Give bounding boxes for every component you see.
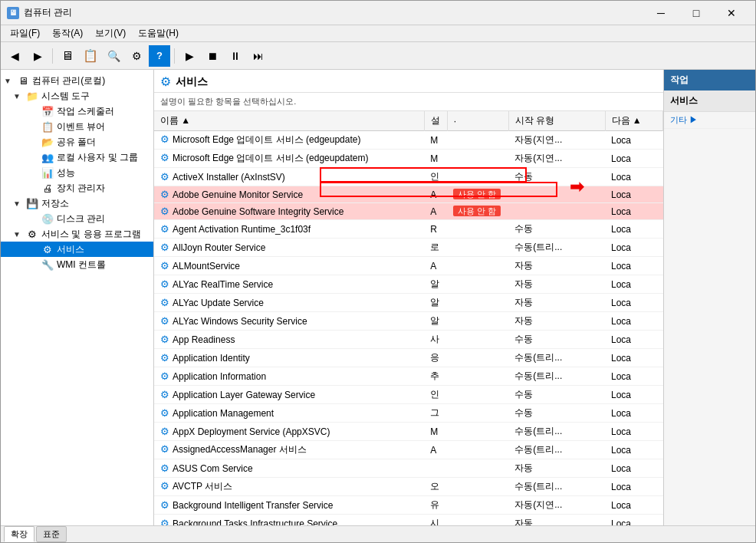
table-row[interactable]: ⚙AppX Deployment Service (AppXSVC)M수동(트리… — [154, 423, 663, 441]
status-tab-expand[interactable]: 확장 — [4, 526, 35, 542]
table-row[interactable]: ⚙ALYac Update Service알자동Loca — [154, 294, 663, 312]
table-row[interactable]: ⚙ActiveX Installer (AxInstSV)인수동Loca — [154, 168, 663, 186]
table-row[interactable]: ⚙ALMountServiceA자동Loca — [154, 257, 663, 275]
service-name: ASUS Com Service — [173, 463, 253, 474]
table-row[interactable]: ⚙ASUS Com Service자동Loca — [154, 459, 663, 478]
menu-file[interactable]: 파일(F) — [4, 25, 46, 41]
service-status-cell — [447, 131, 508, 150]
minimize-button[interactable]: ─ — [643, 1, 679, 25]
event-icon: 📋 — [41, 120, 54, 133]
table-row[interactable]: ⚙ALYac RealTime Service알자동Loca — [154, 275, 663, 294]
menu-help[interactable]: 도움말(H) — [132, 25, 185, 41]
tree-services-apps-label: 서비스 및 응용 프로그램 — [41, 228, 141, 241]
service-name: ALMountService — [173, 261, 240, 272]
tree-root[interactable]: ▼ 🖥 컴퓨터 관리(로컬) — [1, 73, 153, 88]
tree-disk-manager-label: 디스크 관리 — [57, 212, 105, 225]
perf-icon: 📊 — [41, 166, 54, 179]
computer-button[interactable]: 🖥 — [57, 45, 78, 67]
service-name: AVCTP 서비스 — [173, 481, 232, 492]
table-row[interactable]: ⚙AVCTP 서비스오수동(트리...Loca — [154, 478, 663, 496]
service-desc-cell: 그 — [424, 404, 447, 423]
service-status-cell — [447, 331, 508, 349]
service-name-cell: ⚙Microsoft Edge 업데이트 서비스 (edgeupdate) — [154, 131, 424, 150]
tree-storage[interactable]: ▼ 💾 저장소 — [1, 196, 153, 211]
table-row[interactable]: ⚙Application Identity응수동(트리...Loca — [154, 349, 663, 367]
table-row[interactable]: ⚙Microsoft Edge 업데이트 서비스 (edgeupdate)M자동… — [154, 131, 663, 150]
tree-device-manager-label: 장치 관리자 — [57, 182, 105, 195]
play-button[interactable]: ▶ — [179, 45, 200, 67]
service-start-type-cell: 수동 — [508, 220, 605, 239]
table-row[interactable]: ⚙Application Management그수동Loca — [154, 404, 663, 423]
col-status[interactable]: · — [447, 111, 508, 131]
menu-view[interactable]: 보기(V) — [89, 25, 132, 41]
service-desc-cell: 인 — [424, 386, 447, 404]
status-tab-standard[interactable]: 표준 — [36, 526, 67, 542]
service-status-cell — [447, 275, 508, 294]
services-desc-bar[interactable]: 설명이 필요한 항목을 선택하십시오. — [154, 93, 663, 111]
table-row[interactable]: ⚙ALYac Windows Security Service알자동Loca — [154, 312, 663, 331]
table-row[interactable]: ⚙Adobe Genuine Monitor ServiceA사용 안 함Loc… — [154, 186, 663, 203]
service-desc-cell: 알 — [424, 312, 447, 331]
tree-services-apps[interactable]: ▼ ⚙ 서비스 및 응용 프로그램 — [1, 226, 153, 242]
service-name: Application Identity — [173, 353, 250, 364]
tree-panel: ▼ 🖥 컴퓨터 관리(로컬) ▼ 📁 시스템 도구 📅 작업 스케줄러 📋 이벤… — [1, 70, 154, 525]
tree-event-viewer[interactable]: 📋 이벤트 뷰어 — [1, 119, 153, 134]
service-gear-icon: ⚙ — [160, 370, 169, 382]
service-start-type-cell: 자동 — [508, 459, 605, 478]
table-row[interactable]: ⚙AllJoyn Router Service로수동(트리...Loca — [154, 239, 663, 257]
service-name-cell: ⚙AssignedAccessManager 서비스 — [154, 441, 424, 459]
tree-device-manager[interactable]: 🖨 장치 관리자 — [1, 180, 153, 196]
services-table: 이름 ▲ 설 · 시작 유형 다음 ▲ ⚙Microsoft Edge 업데이트… — [154, 111, 663, 525]
table-row[interactable]: ⚙Background Tasks Infrastructure Service… — [154, 515, 663, 526]
service-logon-cell: Loca — [605, 275, 663, 294]
stop-button[interactable]: ⏹ — [202, 45, 223, 67]
service-logon-cell: Loca — [605, 131, 663, 150]
table-row[interactable]: ⚙Microsoft Edge 업데이트 서비스 (edgeupdatem)M자… — [154, 150, 663, 168]
action-panel-title: 작업 — [664, 70, 755, 90]
service-desc-cell: M — [424, 131, 447, 150]
back-button[interactable]: ◀ — [4, 45, 25, 67]
service-start-type-cell: 자동(지연... — [508, 131, 605, 150]
pause-button[interactable]: ⏸ — [225, 45, 246, 67]
table-row[interactable]: ⚙Application Information추수동(트리...Loca — [154, 367, 663, 386]
menu-action[interactable]: 동작(A) — [46, 25, 89, 41]
col-name[interactable]: 이름 ▲ — [154, 111, 424, 131]
service-desc-cell: M — [424, 150, 447, 168]
properties-button[interactable]: 📋 — [80, 45, 101, 67]
col-start-type[interactable]: 시작 유형 — [508, 111, 605, 131]
share-icon: 📂 — [41, 135, 54, 149]
tree-shared-folders[interactable]: 📂 공유 폴더 — [1, 134, 153, 150]
service-logon-cell: Loca — [605, 186, 663, 203]
table-row[interactable]: ⚙App Readiness사수동Loca — [154, 331, 663, 349]
maximize-button[interactable]: □ — [679, 1, 714, 25]
table-row[interactable]: ⚙AssignedAccessManager 서비스A수동(트리...Loca — [154, 441, 663, 459]
services-table-container[interactable]: 이름 ▲ 설 · 시작 유형 다음 ▲ ⚙Microsoft Edge 업데이트… — [154, 111, 663, 525]
tree-system-tools[interactable]: ▼ 📁 시스템 도구 — [1, 88, 153, 104]
separator-1 — [52, 48, 53, 64]
help-button[interactable]: ? — [149, 45, 170, 67]
table-row[interactable]: ⚙Adobe Genuine Software Integrity Servic… — [154, 203, 663, 220]
settings-button[interactable]: ⚙ — [126, 45, 147, 67]
forward-button[interactable]: ▶ — [27, 45, 48, 67]
tree-wmi-control[interactable]: 🔧 WMI 컨트롤 — [1, 257, 153, 272]
table-row[interactable]: ⚙Agent Activation Runtime_3c1f03fR수동Loca — [154, 220, 663, 239]
col-logon[interactable]: 다음 ▲ — [605, 111, 663, 131]
restart-button[interactable]: ⏭ — [248, 45, 269, 67]
action-item-more[interactable]: 기타 ▶ — [664, 112, 755, 129]
service-name-cell: ⚙ActiveX Installer (AxInstSV) — [154, 168, 424, 186]
col-desc[interactable]: 설 — [424, 111, 447, 131]
service-gear-icon: ⚙ — [160, 260, 169, 272]
search-button[interactable]: 🔍 — [103, 45, 124, 67]
tree-disk-manager[interactable]: 💿 디스크 관리 — [1, 211, 153, 226]
service-name-cell: ⚙Application Management — [154, 404, 424, 423]
service-status-cell — [447, 367, 508, 386]
tree-performance[interactable]: 📊 성능 — [1, 165, 153, 180]
table-row[interactable]: ⚙Background Intelligent Transfer Service… — [154, 496, 663, 515]
tree-task-scheduler[interactable]: 📅 작업 스케줄러 — [1, 104, 153, 119]
tree-services[interactable]: ⚙ 서비스 — [1, 242, 153, 257]
table-row[interactable]: ⚙Application Layer Gateway Service인수동Loc… — [154, 386, 663, 404]
service-start-type-cell: 자동 — [508, 275, 605, 294]
service-status-cell — [447, 349, 508, 367]
close-button[interactable]: ✕ — [714, 1, 749, 25]
tree-local-users[interactable]: 👥 로컬 사용자 및 그룹 — [1, 150, 153, 165]
